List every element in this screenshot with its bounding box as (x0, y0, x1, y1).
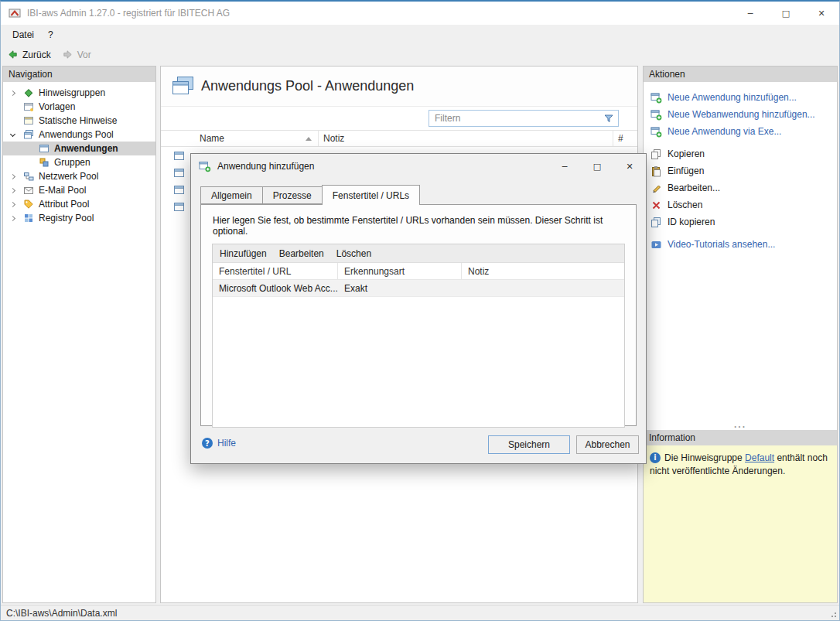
filter-input[interactable] (429, 113, 603, 124)
list-delete-button[interactable]: Löschen (336, 248, 371, 259)
application-icon (173, 201, 185, 213)
list-edit-button[interactable]: Bearbeiten (279, 248, 324, 259)
information-body: i Die Hinweisgruppe Default enthält noch… (644, 445, 837, 602)
column-count[interactable]: # (613, 131, 637, 146)
attribute-pool-icon (23, 199, 34, 210)
applications-table-header: Name Notiz # (161, 130, 637, 147)
tree-item-registry-pool[interactable]: Registry Pool (3, 211, 155, 225)
tree-item-vorlagen[interactable]: Vorlagen (3, 100, 155, 114)
add-application-dialog: Anwendung hinzufügen ─ □ ✕ Allgemein Pro… (190, 153, 647, 464)
dialog-close-button[interactable]: ✕ (613, 154, 646, 179)
static-hints-icon (23, 115, 34, 126)
tree-item-anwendungs-pool[interactable]: Anwendungs Pool (3, 128, 155, 142)
close-button[interactable]: ✕ (804, 2, 839, 25)
column-notiz[interactable]: Notiz (319, 131, 613, 146)
actions-panel: Aktionen Neue Anwendung hinzufügen... Ne… (643, 66, 838, 603)
resize-grip[interactable] (828, 609, 836, 617)
list-add-button[interactable]: Hinzufügen (220, 248, 267, 259)
video-icon (650, 239, 662, 251)
dialog-tab-content: Hier legen Sie fest, ob bestimmte Fenste… (200, 204, 637, 426)
app-logo-icon (9, 7, 21, 19)
maximize-button[interactable]: □ (768, 2, 804, 25)
action-bearbeiten[interactable]: Bearbeiten... (650, 179, 830, 196)
save-button[interactable]: Speichern (488, 435, 570, 454)
icon-column-header (161, 131, 195, 146)
action-video-tutorials[interactable]: Video-Tutorials ansehen... (650, 236, 830, 253)
help-icon: ? (202, 438, 213, 449)
back-arrow-icon (7, 49, 19, 60)
templates-icon (23, 101, 34, 112)
window-title: IBI-aws Admin 1.27.0 - registriert für I… (27, 8, 230, 19)
menu-datei[interactable]: Datei (5, 26, 41, 44)
forward-button[interactable]: Vor (62, 49, 91, 60)
filter-box (429, 110, 619, 127)
tree-item-hinweisgruppen[interactable]: Hinweisgruppen (3, 86, 155, 100)
statusbar: C:\IBI-aws\Admin\Data.xml (1, 605, 839, 620)
action-loeschen[interactable]: Löschen (650, 196, 830, 213)
dialog-description: Hier legen Sie fest, ob bestimmte Fenste… (212, 205, 625, 244)
tree-item-email-pool[interactable]: E-Mail Pool (3, 183, 155, 197)
paste-icon (650, 165, 662, 177)
application-icon (173, 167, 185, 179)
column-name[interactable]: Name (195, 131, 319, 146)
add-window-icon (650, 126, 662, 138)
chevron-right-icon[interactable] (10, 173, 15, 179)
minimize-button[interactable]: ─ (732, 2, 768, 25)
chevron-right-icon[interactable] (10, 187, 15, 193)
list-column-erkennungsart[interactable]: Erkennungsart (338, 263, 462, 279)
panel-splitter-grip[interactable]: ... (644, 419, 837, 430)
cancel-button[interactable]: Abbrechen (576, 435, 639, 454)
filter-funnel-icon[interactable] (603, 113, 614, 124)
navigation-panel: Navigation Hinweisgruppen Vorlagen St (2, 66, 156, 603)
help-link[interactable]: ? Hilfe (202, 438, 236, 449)
dialog-tabs: Allgemein Prozesse Fenstertitel / URLs (200, 186, 419, 204)
dialog-add-window-icon (199, 160, 211, 172)
tree-item-netzwerk-pool[interactable]: Netzwerk Pool (3, 169, 155, 183)
default-group-link[interactable]: Default (745, 452, 774, 463)
navigation-tree: Hinweisgruppen Vorlagen Statische Hinwei… (3, 82, 155, 225)
action-new-application-via-exe[interactable]: Neue Anwendung via Exe... (650, 123, 830, 140)
list-toolbar: Hinzufügen Bearbeiten Löschen (213, 244, 624, 263)
page-title: Anwendungs Pool - Anwendungen (201, 78, 414, 94)
chevron-right-icon[interactable] (10, 201, 15, 206)
action-new-webapplication[interactable]: Neue Webanwendung hinzufügen... (650, 106, 830, 123)
copy-id-icon (650, 217, 662, 228)
chevron-down-icon[interactable] (10, 131, 15, 136)
list-column-notiz[interactable]: Notiz (462, 263, 624, 279)
action-einfuegen[interactable]: Einfügen (650, 162, 830, 179)
tree-item-gruppen[interactable]: Gruppen (3, 155, 155, 169)
tab-fenstertitel-urls[interactable]: Fenstertitel / URLs (322, 185, 420, 205)
groups-icon (39, 157, 50, 168)
add-window-icon (650, 109, 662, 121)
titlebar: IBI-aws Admin 1.27.0 - registriert für I… (1, 2, 839, 25)
tree-item-anwendungen[interactable]: Anwendungen (3, 142, 155, 155)
tree-item-statische-hinweise[interactable]: Statische Hinweise (3, 114, 155, 128)
tree-item-attribut-pool[interactable]: Attribut Pool (3, 197, 155, 211)
delete-x-icon (650, 200, 662, 211)
info-text-before: Die Hinweisgruppe (664, 452, 745, 463)
dialog-maximize-button[interactable]: □ (581, 154, 613, 179)
window-title-list: Hinzufügen Bearbeiten Löschen Fenstertit… (212, 244, 625, 428)
action-new-application[interactable]: Neue Anwendung hinzufügen... (650, 89, 830, 106)
actions-list: Neue Anwendung hinzufügen... Neue Webanw… (644, 82, 837, 253)
data-file-path: C:\IBI-aws\Admin\Data.xml (6, 608, 117, 619)
menu-help[interactable]: ? (41, 26, 60, 44)
chevron-right-icon[interactable] (10, 90, 15, 95)
action-kopieren[interactable]: Kopieren (650, 145, 830, 162)
chevron-right-icon[interactable] (10, 215, 15, 220)
action-id-kopieren[interactable]: ID kopieren (650, 213, 830, 230)
list-column-fenstertitel-url[interactable]: Fenstertitel / URL (213, 263, 338, 279)
actions-header: Aktionen (644, 67, 837, 82)
applications-icon (39, 143, 50, 154)
forward-arrow-icon (62, 49, 73, 60)
tab-prozesse[interactable]: Prozesse (262, 186, 323, 204)
list-header: Fenstertitel / URL Erkennungsart Notiz (213, 263, 624, 280)
tab-allgemein[interactable]: Allgemein (200, 186, 263, 204)
dialog-minimize-button[interactable]: ─ (548, 154, 581, 179)
sort-asc-icon (306, 137, 312, 141)
hint-groups-icon (23, 87, 34, 98)
main-header: Anwendungs Pool - Anwendungen (161, 67, 637, 107)
application-icon (173, 184, 185, 196)
back-button[interactable]: Zurück (7, 49, 51, 60)
list-item[interactable]: Microsoft Outlook Web Acc... Exakt (213, 280, 624, 297)
